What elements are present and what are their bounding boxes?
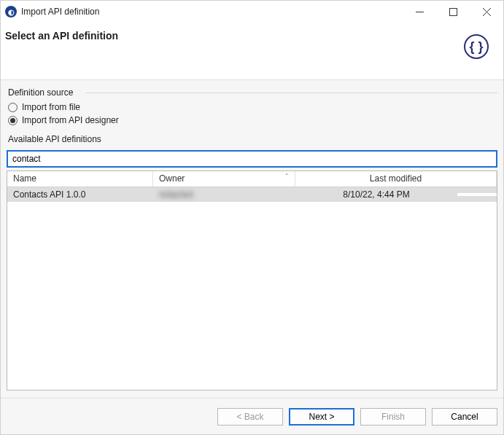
cell-name: Contacts API 1.0.0 bbox=[7, 188, 153, 201]
radio-icon bbox=[8, 116, 18, 125]
available-definitions-group: Available API definitions Name Owner ˄ L… bbox=[7, 134, 497, 391]
sort-asc-icon: ˄ bbox=[285, 173, 289, 180]
cell-modified: 8/10/22, 4:44 PM bbox=[295, 188, 457, 201]
radio-import-from-designer[interactable]: Import from API designer bbox=[7, 114, 497, 127]
finish-button[interactable]: Finish bbox=[360, 408, 426, 426]
definition-source-group: Definition source Import from file Impor… bbox=[7, 87, 497, 127]
titlebar: ◐ Import API definition bbox=[1, 1, 503, 23]
table-row[interactable]: Contacts API 1.0.0 redacted 8/10/22, 4:4… bbox=[7, 187, 497, 202]
col-name[interactable]: Name bbox=[7, 171, 153, 187]
next-button[interactable]: Next > bbox=[289, 408, 354, 426]
maximize-icon bbox=[449, 8, 457, 16]
cell-owner: redacted bbox=[153, 188, 295, 201]
wizard-footer: < Back Next > Finish Cancel bbox=[1, 398, 503, 434]
wizard-banner: Select an API definition { } bbox=[1, 23, 503, 80]
col-owner[interactable]: Owner ˄ bbox=[153, 171, 295, 187]
close-icon bbox=[483, 8, 491, 16]
close-button[interactable] bbox=[470, 1, 503, 23]
table-header: Name Owner ˄ Last modified bbox=[7, 171, 497, 187]
wizard-content: Definition source Import from file Impor… bbox=[1, 80, 503, 398]
cell-trailing bbox=[457, 193, 497, 196]
svg-rect-1 bbox=[449, 8, 457, 15]
col-modified[interactable]: Last modified bbox=[295, 171, 497, 187]
table-body: Contacts API 1.0.0 redacted 8/10/22, 4:4… bbox=[7, 187, 497, 390]
braces-icon: { } bbox=[464, 34, 489, 59]
back-button[interactable]: < Back bbox=[217, 408, 283, 426]
window-title: Import API definition bbox=[21, 7, 99, 17]
available-definitions-label: Available API definitions bbox=[7, 134, 497, 144]
definition-source-label: Definition source bbox=[7, 87, 497, 98]
page-title: Select an API definition bbox=[5, 30, 118, 42]
radio-icon bbox=[8, 103, 18, 112]
minimize-button[interactable] bbox=[403, 1, 436, 23]
app-icon: ◐ bbox=[5, 6, 17, 17]
search-input[interactable] bbox=[7, 150, 497, 168]
maximize-button[interactable] bbox=[436, 1, 470, 23]
radio-label: Import from API designer bbox=[22, 115, 119, 125]
definitions-table: Name Owner ˄ Last modified Contacts API … bbox=[7, 171, 497, 391]
radio-import-from-file[interactable]: Import from file bbox=[7, 101, 497, 114]
minimize-icon bbox=[416, 8, 424, 16]
radio-label: Import from file bbox=[22, 102, 80, 112]
col-owner-label: Owner bbox=[159, 173, 185, 184]
cancel-button[interactable]: Cancel bbox=[432, 408, 497, 426]
